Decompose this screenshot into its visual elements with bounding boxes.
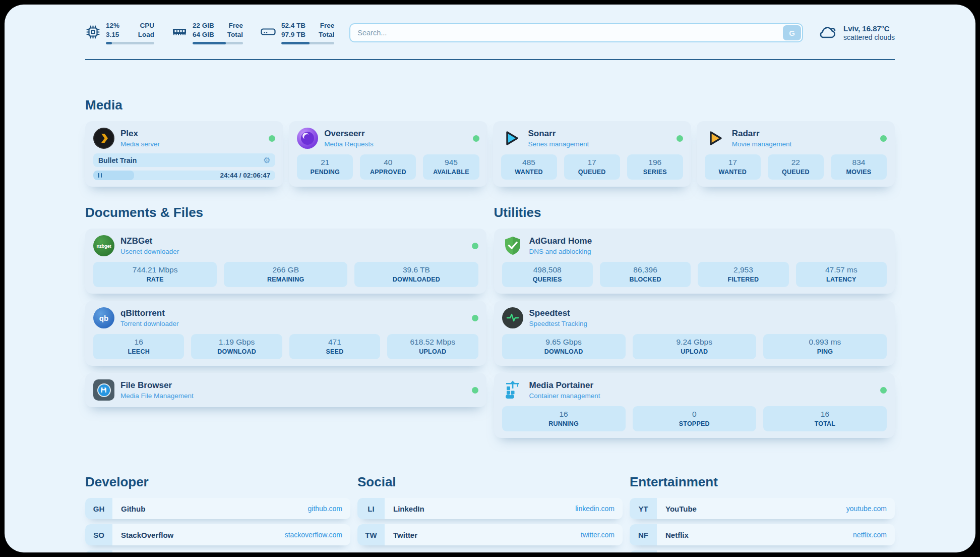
bookmark-stackoverflow[interactable]: SO StackOverflow stackoverflow.com [85,524,350,545]
bookmark-reddit[interactable]: RE Reddit reddit.com [630,550,895,552]
disk-icon [260,24,276,41]
gear-icon[interactable]: ⚙ [263,156,270,164]
app-card-radarr: Radarr Movie management 17 WANTED 22 QUE… [697,121,895,187]
stat-box: 47.57 ms LATENCY [796,262,887,287]
app-name: qBittorrent [120,308,179,318]
weather-location-temp: Lviv, 16.87°C [843,24,895,33]
search-input[interactable] [349,23,803,42]
ram-label-1: Free [229,21,243,30]
ram-progress-track [193,42,243,44]
nzbget-icon: nzbget [93,235,114,256]
cpu-label-1: CPU [140,21,154,30]
bookmark-url: netflix.com [853,531,887,539]
stat-box: 86,396 BLOCKED [600,262,691,287]
app-card-adguard: AdGuard Home DNS and adblocking 498,508 … [494,229,895,294]
documents-column: Documents & Files nzbget NZBGet Usenet d… [85,205,486,438]
playback-progress-fill [93,171,134,180]
app-description: DNS and adblocking [529,248,592,255]
utilities-column: Utilities AdGuard Home [494,205,895,438]
app-link-qbittorrent[interactable]: qb qBittorrent Torrent downloader [93,307,478,328]
now-playing-title: Bullet Train [98,156,137,164]
app-name: Plex [120,129,160,139]
stat-box: 40 APPROVED [360,154,416,180]
ram-total-value: 64 GiB [193,30,214,39]
bookmark-url: linkedin.com [575,505,615,513]
media-cards-row: Plex Media server Bullet Train ⚙ 24:44 /… [85,121,895,187]
app-card-filebrowser: File Browser Media File Management [85,373,486,407]
app-link-filebrowser[interactable]: File Browser Media File Management [93,379,478,401]
bookmark-netflix[interactable]: NF Netflix netflix.com [630,524,895,545]
dashboard-page: 12% CPU 3.15 Load [5,5,975,552]
bookmark-name: LinkedIn [393,505,424,513]
app-name: File Browser [120,380,194,391]
stat-box: 471 SEED [289,334,380,359]
bookmark-tag: NF [630,524,657,545]
cpu-label-2: Load [138,30,154,39]
stat-box: 0 STOPPED [633,406,756,431]
stat-box: 196 SERIES [627,154,683,180]
stat-box: 16 TOTAL [763,406,887,431]
status-dot-online [472,243,478,249]
app-link-nzbget[interactable]: nzbget NZBGet Usenet downloader [93,235,478,256]
bookmark-name: StackOverflow [121,531,173,539]
sonarr-icon [501,128,522,149]
disk-progress-track [281,42,334,44]
stat-box: 498,508 QUERIES [502,262,593,287]
stat-box: 9.65 Gbps DOWNLOAD [502,334,626,359]
app-link-radarr[interactable]: Radarr Movie management [705,128,887,149]
stat-box: 945 AVAILABLE [423,154,479,180]
status-dot-online [880,135,887,142]
bookmark-dev[interactable]: DT DEV dev.to [85,550,350,552]
status-dot-online [473,135,479,142]
app-link-sonarr[interactable]: Sonarr Series management [501,128,683,149]
stat-box: 618.52 Mbps UPLOAD [387,334,478,359]
portainer-icon [502,379,523,401]
stat-box: 22 QUEUED [768,154,824,180]
app-card-qbittorrent: qb qBittorrent Torrent downloader 16 LEE… [85,301,486,366]
system-sensors: 12% CPU 3.15 Load [85,21,334,44]
bookmark-linkedin[interactable]: LI LinkedIn linkedin.com [357,498,623,519]
bookmark-tag: DT [85,550,112,552]
section-title-social: Social [357,474,623,490]
bookmark-name: Twitter [393,531,417,539]
google-search-button[interactable]: G [783,25,801,40]
section-title-developer: Developer [85,474,350,490]
app-link-adguard[interactable]: AdGuard Home DNS and adblocking [502,235,887,256]
now-playing-row: Bullet Train ⚙ [93,153,275,167]
app-description: Media File Management [120,392,194,400]
app-card-sonarr: Sonarr Series management 485 WANTED 17 Q… [493,121,691,187]
adguard-icon [502,235,523,256]
pause-icon[interactable] [98,173,99,178]
app-name: Media Portainer [529,380,600,391]
app-link-overseerr[interactable]: Overseerr Media Requests [297,128,479,149]
top-bar: 12% CPU 3.15 Load [85,20,895,46]
bookmark-tag: SO [85,524,112,545]
app-name: Overseerr [324,129,374,139]
speedtest-icon [502,307,523,328]
status-dot-online [472,387,478,394]
app-link-speedtest[interactable]: Speedtest Speedtest Tracking [502,307,887,328]
cpu-progress-fill [106,42,112,44]
status-dot-online [472,315,478,321]
app-description: Series management [528,140,589,148]
app-link-portainer[interactable]: Media Portainer Container management [502,379,887,401]
stat-box: 21 PENDING [297,154,353,180]
app-link-plex[interactable]: Plex Media server [93,128,275,149]
disk-total-value: 97.9 TB [281,30,305,39]
stat-box: 9.24 Gbps UPLOAD [633,334,756,359]
bookmark-github[interactable]: GH Github github.com [85,498,350,519]
ram-label-2: Total [227,30,243,39]
app-name: Sonarr [528,129,589,139]
radarr-icon [705,128,726,149]
search-bar: G [349,23,803,42]
app-description: Movie management [732,140,792,148]
plex-icon [93,128,114,149]
bookmark-twitter[interactable]: TW Twitter twitter.com [357,524,623,545]
stat-box: 16 RUNNING [502,406,626,431]
bookmark-url: stackoverflow.com [285,531,342,539]
overseerr-icon [297,128,318,149]
cpu-load-value: 3.15 [106,30,119,39]
bookmark-youtube[interactable]: YT YouTube youtube.com [630,498,895,519]
cpu-progress-track [106,42,154,44]
cpu-icon [85,24,101,42]
